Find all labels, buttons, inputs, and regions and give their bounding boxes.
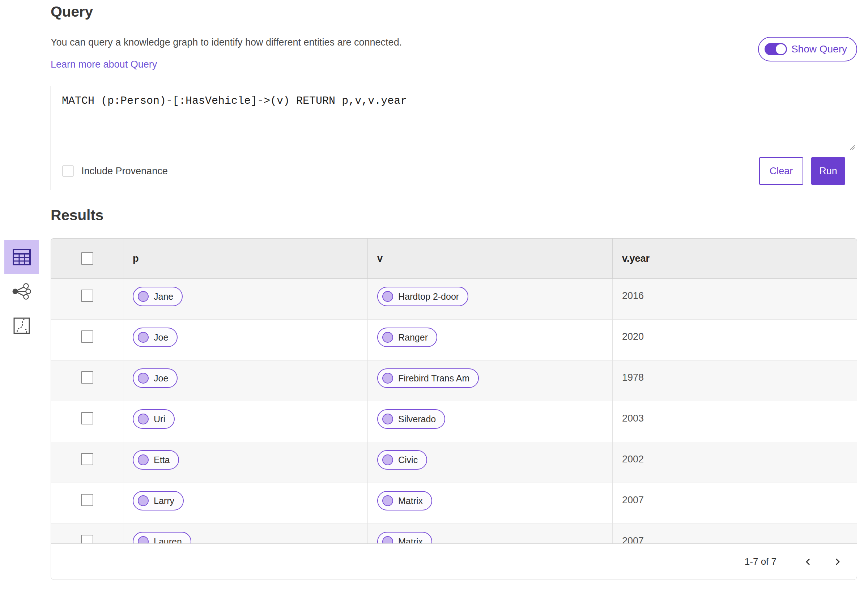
cell-v: Hardtop 2-door — [368, 279, 612, 319]
row-checkbox[interactable] — [81, 453, 93, 465]
entity-label-v: Hardtop 2-door — [398, 291, 459, 302]
resize-grip[interactable] — [847, 142, 856, 151]
learn-more-link[interactable]: Learn more about Query — [51, 59, 157, 70]
cell-v-year: 2020 — [612, 320, 857, 360]
entity-pill-v[interactable]: Civic — [377, 450, 427, 470]
row-checkbox[interactable] — [81, 412, 93, 424]
entity-label-p: Joe — [154, 332, 168, 343]
chevron-right-icon — [833, 557, 841, 566]
entity-pill-p[interactable]: Jane — [133, 287, 183, 306]
v-year-value: 2016 — [622, 290, 644, 302]
cell-v: Matrix — [368, 524, 612, 543]
row-checkbox[interactable] — [81, 290, 93, 302]
entity-pill-p[interactable]: Joe — [133, 368, 177, 388]
cell-p: Etta — [123, 442, 368, 483]
map-view-button[interactable] — [4, 308, 39, 343]
v-year-value: 2007 — [622, 535, 644, 543]
cell-v-year: 2016 — [612, 279, 857, 319]
previous-page-button[interactable] — [799, 553, 818, 571]
row-checkbox[interactable] — [81, 535, 93, 543]
query-actions-bar: Include Provenance Clear Run — [51, 152, 857, 190]
query-editor: MATCH (p:Person)-[:HasVehicle]->(v) RETU… — [51, 86, 857, 152]
query-page: Query You can query a knowledge graph to… — [0, 0, 868, 594]
show-query-toggle[interactable]: Show Query — [758, 37, 857, 62]
entity-label-v: Ranger — [398, 332, 428, 343]
table-icon — [13, 249, 31, 265]
v-year-value: 2002 — [622, 454, 644, 465]
v-year-value: 2007 — [622, 495, 644, 506]
node-icon — [382, 495, 393, 506]
select-all-checkbox[interactable] — [81, 252, 93, 265]
entity-pill-v[interactable]: Silverado — [377, 409, 445, 429]
entity-pill-v[interactable]: Matrix — [377, 491, 432, 510]
query-panel: MATCH (p:Person)-[:HasVehicle]->(v) RETU… — [51, 85, 857, 190]
entity-label-v: Firebird Trans Am — [398, 373, 469, 383]
cell-p: Lauren — [123, 524, 368, 543]
node-icon — [382, 454, 393, 465]
cell-v: Ranger — [368, 320, 612, 360]
chevron-left-icon — [804, 557, 813, 566]
entity-pill-p[interactable]: Etta — [133, 450, 179, 470]
row-checkbox[interactable] — [81, 371, 93, 383]
page-description: You can query a knowledge graph to ident… — [51, 36, 857, 49]
page-title: Query — [51, 3, 857, 20]
row-checkbox[interactable] — [81, 330, 93, 343]
row-select-cell — [51, 524, 123, 543]
row-select-cell — [51, 279, 123, 319]
toggle-knob — [776, 44, 786, 54]
query-input[interactable]: MATCH (p:Person)-[:HasVehicle]->(v) RETU… — [51, 86, 857, 152]
entity-label-v: Civic — [398, 455, 418, 465]
node-icon — [382, 332, 393, 343]
node-icon — [138, 454, 149, 465]
toggle-switch-icon[interactable] — [765, 43, 787, 55]
entity-pill-p[interactable]: Lauren — [133, 532, 191, 543]
table-row: Lauren Matrix 2007 — [51, 524, 857, 543]
entity-pill-p[interactable]: Joe — [133, 327, 177, 347]
entity-label-p: Larry — [154, 496, 174, 506]
pagination-bar: 1-7 of 7 — [51, 543, 857, 580]
table-body: Jane Hardtop 2-door 2016 Joe Ranger — [51, 279, 857, 543]
cell-p: Joe — [123, 320, 368, 360]
include-provenance-checkbox[interactable] — [63, 166, 74, 177]
node-icon — [138, 495, 149, 506]
results-view-switcher — [4, 240, 39, 343]
row-select-cell — [51, 360, 123, 401]
cell-p: Larry — [123, 483, 368, 523]
row-select-cell — [51, 320, 123, 360]
entity-label-p: Etta — [154, 455, 170, 465]
clear-button[interactable]: Clear — [759, 157, 803, 185]
cell-p: Jane — [123, 279, 368, 319]
results-table: p v v.year Jane Hardtop 2-door 2016 — [51, 238, 857, 580]
cell-v: Matrix — [368, 483, 612, 523]
table-row: Joe Firebird Trans Am 1978 — [51, 360, 857, 401]
cell-p: Joe — [123, 360, 368, 401]
table-view-button[interactable] — [4, 240, 39, 274]
entity-pill-v[interactable]: Ranger — [377, 327, 437, 347]
entity-label-p: Joe — [154, 373, 168, 383]
entity-label-v: Matrix — [398, 537, 423, 544]
cell-v-year: 2007 — [612, 524, 857, 543]
entity-pill-p[interactable]: Larry — [133, 491, 184, 510]
entity-pill-v[interactable]: Hardtop 2-door — [377, 287, 468, 306]
row-checkbox[interactable] — [81, 494, 93, 506]
node-icon — [138, 414, 149, 424]
entity-label-p: Lauren — [154, 537, 182, 544]
graph-view-button[interactable] — [4, 274, 39, 308]
table-row: Uri Silverado 2003 — [51, 401, 857, 442]
cell-p: Uri — [123, 401, 368, 442]
run-button[interactable]: Run — [811, 157, 845, 185]
column-header-p: p — [123, 239, 368, 279]
entity-label-p: Uri — [154, 414, 165, 424]
column-header-v-year: v.year — [612, 239, 857, 279]
column-header-v: v — [368, 239, 612, 279]
cell-v: Civic — [368, 442, 612, 483]
node-icon — [138, 536, 149, 543]
map-icon — [13, 317, 30, 334]
next-page-button[interactable] — [828, 553, 847, 571]
entity-pill-v[interactable]: Matrix — [377, 532, 432, 543]
main-content: Query You can query a knowledge graph to… — [51, 0, 857, 580]
entity-pill-v[interactable]: Firebird Trans Am — [377, 368, 479, 388]
entity-pill-p[interactable]: Uri — [133, 409, 175, 429]
cell-v-year: 2002 — [612, 442, 857, 483]
node-icon — [382, 536, 393, 543]
